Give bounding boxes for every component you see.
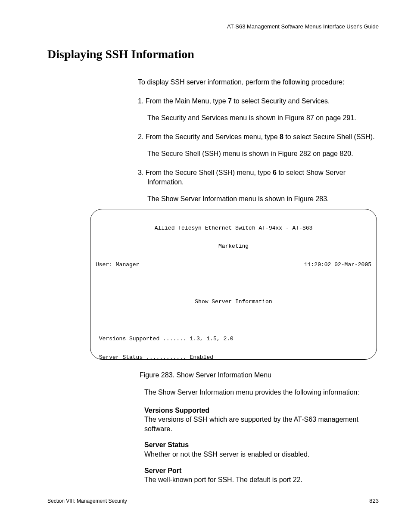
step-bold: 7 [228, 97, 232, 105]
step-text-post: to select Security and Services. [232, 97, 330, 105]
terminal-row: Server Status ............ Enabled [96, 355, 371, 360]
def-term: Server Port [144, 466, 379, 476]
doc-header-right: AT-S63 Management Software Menus Interfa… [227, 23, 379, 30]
terminal-header-1: Allied Telesyn Ethernet Switch AT-94xx -… [96, 225, 371, 231]
step-3: 3. From the Secure Shell (SSH) menu, typ… [138, 168, 379, 204]
page-title: Displaying SSH Information [47, 47, 379, 64]
step-1: 1. From the Main Menu, type 7 to select … [138, 96, 379, 123]
terminal-box: Allied Telesyn Ethernet Switch AT-94xx -… [90, 209, 377, 360]
step-bold: 8 [280, 133, 283, 140]
step-number: 2. [138, 133, 143, 140]
terminal-user: User: Manager [96, 262, 139, 268]
def-desc: The well-known port for SSH. The default… [144, 475, 379, 485]
terminal-blank [96, 280, 371, 286]
footer-page-number: 823 [369, 498, 379, 504]
terminal-timestamp: 11:20:02 02-Mar-2005 [304, 262, 371, 268]
step-text-pre: From the Secure Shell (SSH) menu, type [146, 169, 273, 176]
step-follow: The Secure Shell (SSH) menu is shown in … [147, 149, 379, 159]
footer-section: Section VIII: Management Security [47, 498, 127, 504]
terminal-user-row: User: Manager 11:20:02 02-Mar-2005 [96, 262, 371, 268]
def-desc: The versions of SSH which are supported … [144, 415, 379, 433]
def-term: Versions Supported [144, 406, 379, 415]
after-intro: The Show Server Information menu provide… [144, 388, 379, 397]
step-follow: The Show Server Information menu is show… [147, 194, 379, 204]
after-figure-block: The Show Server Information menu provide… [144, 388, 379, 485]
terminal-blank [96, 317, 371, 324]
step-text-post: to select Secure Shell (SSH). [283, 133, 375, 140]
step-text-pre: From the Main Menu, type [146, 97, 228, 105]
figure-caption: Figure 283. Show Server Information Menu [0, 371, 411, 379]
terminal-title: Show Server Information [96, 299, 371, 305]
def-desc: Whether or not the SSH server is enabled… [144, 450, 379, 459]
step-text-pre: From the Security and Services menu, typ… [146, 133, 280, 140]
step-number: 3. [138, 169, 143, 176]
body-column: To display SSH server information, perfo… [138, 78, 379, 213]
step-2: 2. From the Security and Services menu, … [138, 132, 379, 159]
step-follow: The Security and Services menu is shown … [147, 113, 379, 123]
terminal-row: Versions Supported ....... 1.3, 1.5, 2.0 [96, 336, 371, 342]
terminal-header-2: Marketing [96, 243, 371, 249]
step-bold: 6 [273, 169, 277, 176]
step-number: 1. [138, 97, 143, 105]
def-term: Server Status [144, 440, 379, 450]
intro-text: To display SSH server information, perfo… [138, 78, 379, 87]
